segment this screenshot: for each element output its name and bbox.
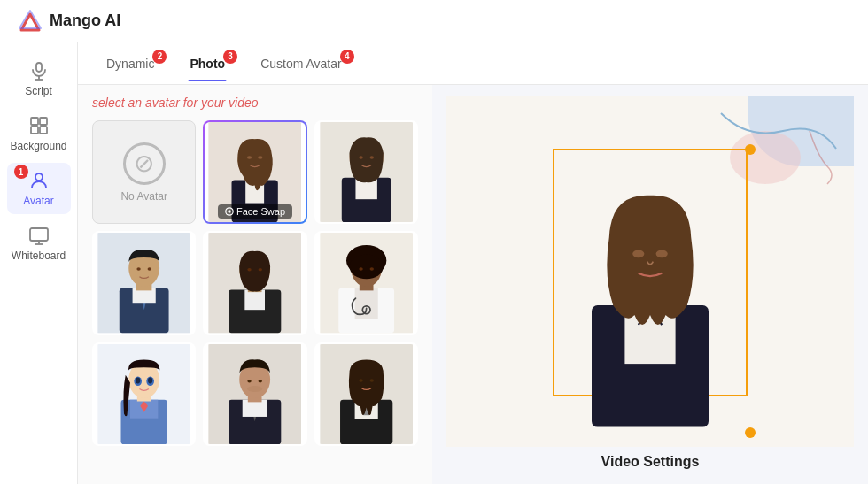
select-hint: select an avatar for your video <box>92 96 418 110</box>
avatar-anime-girl-image <box>94 344 194 444</box>
avatar-card-woman-1[interactable]: Face Swap <box>203 120 306 224</box>
svg-rect-32 <box>133 288 156 303</box>
svg-point-71 <box>259 380 262 382</box>
svg-point-79 <box>359 379 362 381</box>
avatar-doctor-image <box>316 233 416 333</box>
sidebar-item-script[interactable]: Script <box>7 53 71 104</box>
svg-point-18 <box>247 156 252 158</box>
content-area: 2 Dynamic 3 Photo 4 Custom Avatar select… <box>78 42 868 484</box>
whiteboard-icon <box>28 225 50 246</box>
avatar-card-anime-girl[interactable] <box>92 342 196 446</box>
preview-background <box>446 96 854 447</box>
svg-rect-5 <box>31 118 38 125</box>
sidebar-background-label: Background <box>10 140 66 152</box>
svg-point-70 <box>248 380 252 382</box>
svg-rect-6 <box>40 118 47 125</box>
svg-rect-7 <box>31 127 38 134</box>
svg-point-21 <box>228 211 230 213</box>
sidebar-item-avatar[interactable]: 1 Avatar <box>7 163 71 214</box>
avatar-selector: select an avatar for your video ⊘ No Ava… <box>78 85 432 484</box>
svg-point-42 <box>248 268 252 271</box>
logo-text: Mango AI <box>50 12 120 30</box>
sidebar-item-background[interactable]: Background <box>7 108 71 159</box>
tab-photo-badge: 3 <box>223 50 237 64</box>
avatar-woman-4-image <box>316 344 416 444</box>
svg-point-43 <box>259 268 262 271</box>
sidebar-avatar-label: Avatar <box>23 195 53 207</box>
svg-point-27 <box>359 156 362 158</box>
tab-dynamic[interactable]: 2 Dynamic <box>92 46 168 81</box>
avatar-grid: ⊘ No Avatar <box>92 120 418 446</box>
svg-rect-67 <box>243 399 267 416</box>
svg-rect-2 <box>36 63 42 72</box>
svg-point-51 <box>349 255 383 280</box>
avatar-man-1-image <box>94 233 194 333</box>
video-settings-label: Video Settings <box>446 447 854 473</box>
svg-rect-10 <box>30 228 48 241</box>
svg-point-63 <box>148 377 152 383</box>
svg-point-88 <box>656 250 668 257</box>
svg-point-36 <box>148 268 151 271</box>
avatar-card-man-1[interactable] <box>92 231 196 334</box>
face-swap-icon <box>225 207 234 216</box>
svg-point-52 <box>359 268 362 271</box>
svg-point-19 <box>258 156 262 158</box>
person-icon <box>28 170 50 191</box>
avatar-woman-2-image <box>316 122 416 222</box>
avatar-woman-3-image <box>205 233 305 333</box>
preview-person-image <box>553 110 748 433</box>
avatar-card-doctor[interactable] <box>314 231 418 334</box>
header: Mango AI <box>0 0 868 42</box>
tab-custom-avatar[interactable]: 4 Custom Avatar <box>246 46 356 81</box>
svg-point-28 <box>369 156 373 158</box>
svg-point-9 <box>35 173 43 181</box>
svg-point-80 <box>369 379 373 381</box>
avatar-card-woman-3[interactable] <box>203 231 306 334</box>
logo-icon <box>18 9 43 34</box>
svg-point-62 <box>136 377 140 383</box>
mic-icon <box>28 60 50 81</box>
avatar-man-2-image <box>205 344 305 444</box>
sidebar-whiteboard-label: Whiteboard <box>12 250 66 262</box>
avatar-card-woman-2[interactable] <box>314 120 418 224</box>
svg-rect-39 <box>245 290 266 311</box>
logo: Mango AI <box>18 9 120 34</box>
sidebar-script-label: Script <box>25 85 52 97</box>
main-layout: Script Background 1 Avatar <box>0 42 868 484</box>
grid-icon <box>28 115 50 136</box>
sidebar-item-whiteboard[interactable]: Whiteboard <box>7 218 71 269</box>
no-avatar-icon: ⊘ <box>123 142 166 185</box>
tab-dynamic-badge: 2 <box>152 50 167 64</box>
svg-rect-8 <box>40 127 47 134</box>
avatar-card-man-2[interactable] <box>203 342 306 446</box>
no-avatar-text: No Avatar <box>120 190 167 203</box>
sidebar: Script Background 1 Avatar <box>0 42 78 484</box>
avatar-card-woman-4[interactable] <box>314 342 418 446</box>
svg-point-87 <box>632 250 644 257</box>
avatar-card-no-avatar[interactable]: ⊘ No Avatar <box>92 120 196 224</box>
svg-point-72 <box>247 386 262 392</box>
tab-custom-badge: 4 <box>340 50 354 64</box>
face-swap-label: Face Swap <box>218 204 292 219</box>
svg-point-35 <box>136 268 140 271</box>
avatar-panel: select an avatar for your video ⊘ No Ava… <box>78 85 868 484</box>
svg-point-53 <box>369 268 373 271</box>
tabs-bar: 2 Dynamic 3 Photo 4 Custom Avatar <box>78 42 868 85</box>
preview-image-container <box>446 96 854 447</box>
preview-panel: Video Settings <box>432 85 868 484</box>
tab-photo[interactable]: 3 Photo <box>175 46 239 81</box>
avatar-badge: 1 <box>14 165 28 179</box>
